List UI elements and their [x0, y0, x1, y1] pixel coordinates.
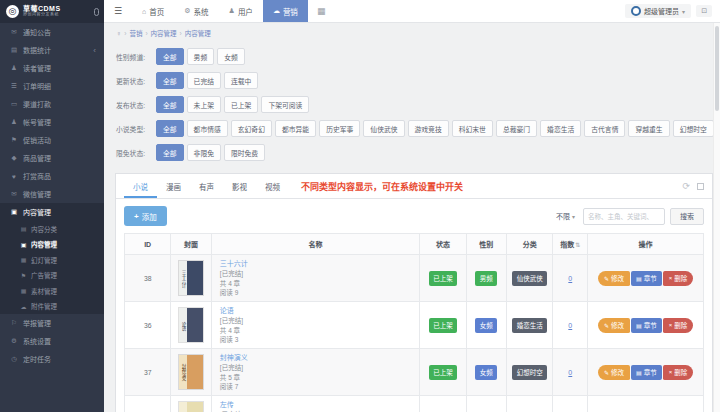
sidebar-item-帐号管理[interactable]: ♟帐号管理 — [0, 113, 104, 131]
cell-index: 0 — [553, 349, 588, 396]
filter-option-已上架[interactable]: 已上架 — [224, 96, 258, 113]
book-title-link[interactable]: 三十六计 — [220, 258, 417, 268]
settings-icon: ⚙ — [10, 337, 18, 345]
filter-option-全部[interactable]: 全部 — [156, 144, 184, 161]
filter-option-婚恋生活[interactable]: 婚恋生活 — [540, 120, 581, 137]
filter-option-非限免[interactable]: 非限免 — [187, 144, 221, 161]
nav-item-用户[interactable]: ♟用户 — [219, 0, 263, 22]
filter-option-女频[interactable]: 女频 — [217, 48, 245, 65]
filter-option-男频[interactable]: 男频 — [187, 48, 215, 65]
tab-漫画[interactable]: 漫画 — [157, 174, 190, 198]
sidebar-subitem-内容管理[interactable]: ▣内容管理 — [0, 237, 104, 253]
sidebar-item-数据统计[interactable]: ▤数据统计‹ — [0, 41, 104, 59]
sidebar-item-系统设置[interactable]: ⚙系统设置 — [0, 332, 104, 350]
sidebar-item-商品管理[interactable]: ◆商品管理 — [0, 149, 104, 167]
app-logo[interactable]: ◎ 草莓CDMS 原创内容分发系统 — [0, 0, 104, 23]
filter-option-都市异能[interactable]: 都市异能 — [275, 120, 316, 137]
filter-option-未上架[interactable]: 未上架 — [187, 96, 221, 113]
sidebar-item-举报管理[interactable]: ⚐举报管理 — [0, 314, 104, 332]
search-scope-dropdown[interactable]: 不限 ▾ — [553, 211, 578, 221]
sidebar-subitem-幻灯管理[interactable]: ▦幻灯管理 — [0, 252, 104, 268]
sidebar-item-打赏商品[interactable]: ♥打赏商品 — [0, 167, 104, 185]
sidebar-subitem-附件管理[interactable]: ☁附件管理 — [0, 299, 104, 315]
filter-option-历史军事[interactable]: 历史军事 — [319, 120, 360, 137]
user-menu[interactable]: 超级管理员 ▾ — [625, 4, 691, 18]
sidebar-subitem-内容分类[interactable]: ▤内容分类 — [0, 221, 104, 237]
content-icon: ▣ — [10, 208, 18, 216]
sidebar-item-微信管理[interactable]: ✉微信管理 — [0, 185, 104, 203]
index-link[interactable]: 0 — [568, 322, 572, 329]
sidebar-item-促销活动[interactable]: ⚑促销活动 — [0, 131, 104, 149]
chapter-button[interactable]: ▤章节 — [631, 318, 663, 333]
edit-button[interactable]: ✎修改 — [598, 318, 629, 333]
table-toolbar: + 添加 不限 ▾ 搜索 — [116, 199, 712, 233]
filter-option-下架可阅读[interactable]: 下架可阅读 — [261, 96, 309, 113]
filter-option-已完结[interactable]: 已完结 — [187, 72, 221, 89]
tab-影视[interactable]: 影视 — [223, 174, 256, 198]
vertical-scrollbar[interactable] — [713, 23, 720, 412]
tab-小说[interactable]: 小说 — [124, 174, 157, 198]
nav-item-系统[interactable]: ⚙系统 — [174, 0, 218, 22]
fullscreen-icon[interactable] — [697, 183, 704, 190]
breadcrumb-link-内容管理[interactable]: 内容管理 — [185, 28, 211, 38]
filter-option-穿越重生[interactable]: 穿越重生 — [628, 120, 669, 137]
filter-option-连载中[interactable]: 连载中 — [224, 72, 258, 89]
delete-button[interactable]: ×删除 — [663, 365, 693, 380]
chapter-button[interactable]: ▤章节 — [631, 365, 663, 380]
filter-option-全部[interactable]: 全部 — [156, 72, 184, 89]
tab-有声[interactable]: 有声 — [190, 174, 223, 198]
column-header-分类: 分类 — [507, 234, 553, 255]
breadcrumb-link-营销[interactable]: 营销 — [129, 28, 142, 38]
search-input[interactable] — [583, 208, 665, 225]
sidebar-subitem-素材管理[interactable]: ▦素材管理 — [0, 283, 104, 299]
filter-option-总裁豪门[interactable]: 总裁豪门 — [496, 120, 537, 137]
filter-option-玄幻奇幻[interactable]: 玄幻奇幻 — [231, 120, 272, 137]
grid-menu-icon[interactable]: ▦ — [308, 6, 335, 16]
book-title-link[interactable]: 左传 — [220, 399, 417, 409]
sidebar-item-读者管理[interactable]: ♟读者管理 — [0, 59, 104, 77]
publish-status-badge: 已上架 — [429, 318, 458, 333]
scrollbar-thumb[interactable] — [715, 26, 719, 111]
filter-option-古代言情[interactable]: 古代言情 — [584, 120, 625, 137]
edit-button[interactable]: ✎修改 — [598, 365, 629, 380]
add-button[interactable]: + 添加 — [124, 206, 167, 226]
filter-option-限时免费[interactable]: 限时免费 — [224, 144, 265, 161]
filter-option-科幻末世[interactable]: 科幻末世 — [452, 120, 493, 137]
sidebar-item-渠道打款[interactable]: ▭渠道打款 — [0, 95, 104, 113]
book-title-link[interactable]: 论语 — [220, 305, 417, 315]
column-header-指数[interactable]: 指数⇅ — [553, 234, 588, 255]
gender-badge: 女频 — [475, 365, 497, 380]
nav-item-首页[interactable]: ⌂首页 — [132, 0, 174, 22]
tab-视频[interactable]: 视频 — [256, 174, 289, 198]
delete-button[interactable]: ×删除 — [663, 318, 693, 333]
hamburger-icon[interactable]: ☰ — [104, 6, 132, 16]
sidebar-item-订单明细[interactable]: ☰订单明细 — [0, 77, 104, 95]
filter-option-全部[interactable]: 全部 — [156, 96, 184, 113]
index-link[interactable]: 0 — [568, 369, 572, 376]
breadcrumb-link-内容管理[interactable]: 内容管理 — [151, 28, 177, 38]
filter-option-全部[interactable]: 全部 — [156, 120, 184, 137]
sidebar-item-定时任务[interactable]: ◷定时任务 — [0, 350, 104, 368]
filter-option-都市情感[interactable]: 都市情感 — [187, 120, 228, 137]
filter-option-全部[interactable]: 全部 — [156, 48, 184, 65]
index-link[interactable]: 0 — [568, 275, 572, 282]
refresh-icon[interactable]: ⟳ — [682, 181, 690, 191]
book-title-link[interactable]: 封神演义 — [220, 352, 417, 362]
sidebar-item-通知公告[interactable]: ✉通知公告 — [0, 23, 104, 41]
search-button[interactable]: 搜索 — [670, 208, 704, 225]
wechat-icon: ✉ — [10, 190, 18, 198]
delete-button[interactable]: ×删除 — [663, 271, 693, 286]
filter-option-游戏竞技[interactable]: 游戏竞技 — [408, 120, 449, 137]
filter-option-仙侠武侠[interactable]: 仙侠武侠 — [363, 120, 404, 137]
nav-item-营销[interactable]: ☁营销 — [263, 0, 308, 22]
category-badge: 婚恋生活 — [512, 318, 547, 333]
chapter-button[interactable]: ▤章节 — [631, 271, 663, 286]
filter-option-幻想时空[interactable]: 幻想时空 — [673, 120, 714, 137]
sidebar-subitem-广告管理[interactable]: ⚑广告管理 — [0, 268, 104, 284]
column-header-名称: 名称 — [211, 234, 419, 255]
sidebar-subitem-label: 内容分类 — [31, 224, 57, 234]
edit-button[interactable]: ✎修改 — [598, 271, 629, 286]
chapter-button-label: 章节 — [644, 367, 657, 377]
logout-button[interactable]: ⊡ — [696, 5, 712, 17]
sidebar-item-内容管理[interactable]: ▣内容管理 — [0, 203, 104, 221]
